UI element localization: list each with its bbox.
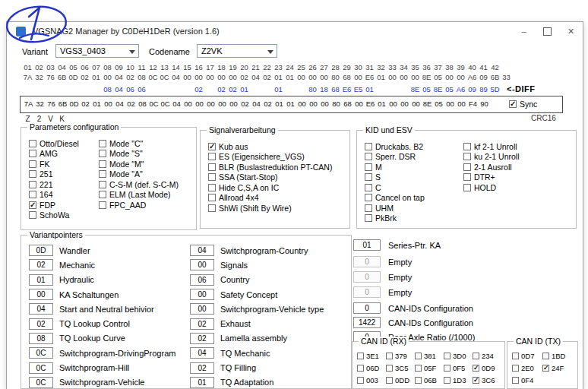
checkbox-can-003[interactable]: 003 bbox=[357, 374, 386, 386]
checkbox-can-0dd[interactable]: 0DD bbox=[386, 374, 415, 386]
checkbox-blr-buslastreduktion-pt-can[interactable]: BLR (Buslastreduktion PT-CAN) bbox=[208, 162, 332, 172]
checkbox-221[interactable]: 221 bbox=[29, 179, 79, 190]
variant-select[interactable]: VGS3_0403 bbox=[55, 44, 139, 58]
checkbox-shwi-shift-by-wire[interactable]: ShWi (Shift By Wire) bbox=[208, 203, 332, 213]
checkbox-c[interactable]: C bbox=[365, 182, 425, 193]
checkbox-hold[interactable]: HOLD bbox=[463, 182, 520, 193]
pointer-field-safety-concept[interactable]: 00 bbox=[190, 289, 214, 300]
pointer-field-tq-filling[interactable]: 02 bbox=[190, 362, 214, 374]
checkbox-label: Allroad 4x4 bbox=[219, 193, 259, 202]
checkbox-es-eigensichere-vgs[interactable]: ES (Eigensichere_VGS) bbox=[208, 152, 332, 163]
checkbox-kf-2-1-unroll[interactable]: kf 2-1 Unroll bbox=[463, 141, 520, 152]
pointer-field-country[interactable]: 06 bbox=[190, 274, 214, 286]
checkbox-can-1bd[interactable]: 1BD bbox=[542, 349, 573, 362]
checkbox-can-0f5[interactable]: 0F5 bbox=[444, 362, 473, 374]
checkbox-can-1d3[interactable]: 1D3 bbox=[444, 374, 473, 386]
checkbox-schowa[interactable]: SchoWa bbox=[29, 210, 79, 221]
pointer-field-ka-schaltungen[interactable]: 00 bbox=[29, 289, 53, 300]
maximize-button[interactable] bbox=[536, 22, 559, 40]
pointer-field-switchprogram-vehicle-type[interactable]: 00 bbox=[190, 303, 214, 315]
checkbox-kub-aus[interactable]: Kub aus bbox=[208, 141, 332, 152]
extra-field-can-ids-configuration-5[interactable]: 1422 bbox=[353, 317, 381, 328]
checkbox-fdp[interactable]: FDP bbox=[29, 200, 79, 210]
extra-field-series-ptr-ka-0[interactable]: 01 bbox=[353, 239, 381, 251]
chevron-down-icon bbox=[267, 50, 273, 54]
checkbox-label: 0D9 bbox=[482, 364, 495, 372]
checkbox-251[interactable]: 251 bbox=[29, 169, 79, 180]
checkbox-c-s-m-def-s-c-m[interactable]: C-S-M (def. S-C-M) bbox=[99, 179, 179, 190]
checkbox-can-3d0[interactable]: 3D0 bbox=[444, 349, 473, 362]
checkbox-hide-c-s-a-on-ic[interactable]: Hide C,S,A on IC bbox=[208, 182, 332, 193]
checkbox-mode-m[interactable]: Mode "M" bbox=[99, 159, 179, 169]
pointer-field-switchprogram-drivingprogram[interactable]: 0C bbox=[29, 347, 53, 359]
checkbox-elm-last-mode[interactable]: ELM (Last Mode) bbox=[99, 190, 179, 201]
checkbox-otto-diesel[interactable]: Otto/Diesel bbox=[29, 138, 79, 149]
checkbox-2-1-ausroll[interactable]: 2-1 Ausroll bbox=[463, 162, 520, 172]
pointer-field-switchprogram-vehicle[interactable]: 0C bbox=[29, 377, 53, 388]
checkbox-can-06b[interactable]: 06B bbox=[415, 374, 444, 386]
pointer-field-switchprogram-hill[interactable]: 0C bbox=[29, 362, 53, 374]
checkbox-ku-2-1-unroll[interactable]: ku 2-1 Unroll bbox=[463, 152, 520, 163]
codename-select[interactable]: Z2VK bbox=[197, 44, 277, 58]
pointer-field-tq-adaptation[interactable]: 01 bbox=[190, 377, 214, 388]
sync-checkbox[interactable]: Sync bbox=[509, 99, 537, 109]
hex-cell: 01 bbox=[239, 85, 250, 93]
checkbox-dtr[interactable]: DTR+ bbox=[463, 172, 520, 183]
pointer-field-tq-lookup-curve[interactable]: 08 bbox=[29, 333, 53, 344]
extra-row-can-ids-configuration-4: 0CAN-IDs Configuration bbox=[353, 302, 473, 314]
checkbox-can-3c6[interactable]: 3C6 bbox=[473, 374, 501, 386]
pointer-field-switchprogram-country[interactable]: 04 bbox=[190, 245, 214, 256]
pointer-field-hydraulic[interactable]: 01 bbox=[29, 274, 53, 286]
checkbox-can-0f4[interactable]: 0F4 bbox=[512, 374, 542, 386]
pointer-row-wandler: 0DWandler bbox=[29, 243, 175, 258]
checkbox-fpc-aad[interactable]: FPC_AAD bbox=[99, 200, 179, 210]
checkbox-mode-a[interactable]: Mode "A" bbox=[99, 169, 179, 180]
checkbox-can-0d9[interactable]: 0D9 bbox=[473, 362, 501, 374]
unchecked-checkbox-icon bbox=[99, 181, 106, 188]
pointer-field-wandler[interactable]: 0D bbox=[29, 245, 53, 256]
hex-cell: E5 bbox=[352, 85, 364, 93]
hex-cell: 06 bbox=[79, 63, 90, 71]
title-bar[interactable]: VGSNAG2 Manager by C0DeH1DeR (version 1.… bbox=[7, 22, 583, 40]
checkbox-ssa-start-stop[interactable]: SSA (Start-Stop) bbox=[208, 172, 332, 183]
checkbox-can-06d[interactable]: 06D bbox=[357, 362, 386, 374]
checkbox-cancel-on-tap[interactable]: Cancel on tap bbox=[365, 193, 425, 204]
checkbox-can-24f[interactable]: 24F bbox=[542, 362, 573, 374]
checkbox-sperr-dsr[interactable]: Sperr. DSR bbox=[365, 152, 425, 163]
pointer-field-mechanic[interactable]: 02 bbox=[29, 259, 53, 270]
checkbox-amg[interactable]: AMG bbox=[29, 149, 79, 160]
extra-row-empty-3: 0Empty bbox=[353, 286, 412, 298]
checkbox-mode-c[interactable]: Mode "C" bbox=[99, 138, 179, 149]
checkbox-uhm[interactable]: UHM bbox=[365, 203, 425, 213]
pointer-field-signals[interactable]: 00 bbox=[190, 259, 214, 270]
checkbox-druckabs-b2[interactable]: Druckabs. B2 bbox=[365, 141, 425, 152]
checkbox-fk[interactable]: FK bbox=[29, 159, 79, 169]
checkbox-can-3c5[interactable]: 3C5 bbox=[386, 362, 415, 374]
checkbox-can-3e1[interactable]: 3E1 bbox=[357, 349, 386, 362]
can-rx-grid: 3E13793813D023406D3C505F0F50D90030DD06B1… bbox=[357, 349, 503, 386]
checkbox-can-234[interactable]: 234 bbox=[473, 349, 501, 362]
checkbox-can-379[interactable]: 379 bbox=[386, 349, 415, 362]
checkbox-pkbrk[interactable]: PkBrk bbox=[365, 213, 425, 224]
pointer-field-lamella-assembly[interactable]: 02 bbox=[190, 333, 214, 344]
checkbox-can-381[interactable]: 381 bbox=[415, 349, 444, 362]
checkbox-164[interactable]: 164 bbox=[29, 190, 79, 201]
hex-editor-frame[interactable]: 7A32766B0D0201000402080C0C04000000000002… bbox=[20, 96, 563, 113]
checkbox-mode-s[interactable]: Mode "S" bbox=[99, 149, 179, 160]
checkbox-m[interactable]: M bbox=[365, 162, 425, 172]
pointer-field-tq-lookup-control[interactable]: 02 bbox=[29, 318, 53, 330]
checkbox-can-05f[interactable]: 05F bbox=[415, 362, 444, 374]
checkbox-label: 0F5 bbox=[453, 364, 465, 372]
checkbox-can-2e0[interactable]: 2E0 bbox=[512, 362, 542, 374]
pointer-field-tq-mechanic[interactable]: 04 bbox=[190, 347, 214, 359]
pointer-field-start-and-neutral-behivior[interactable]: 04 bbox=[29, 303, 53, 315]
checkbox-allroad-4x4[interactable]: Allroad 4x4 bbox=[208, 193, 332, 204]
checked-checkbox-icon bbox=[29, 201, 36, 209]
pointer-field-exhaust[interactable]: 02 bbox=[190, 318, 214, 330]
checkbox-can-0d7[interactable]: 0D7 bbox=[512, 349, 542, 362]
close-button[interactable]: ✕ bbox=[559, 22, 583, 40]
hex-cell: 00 bbox=[227, 73, 239, 81]
checkbox-s[interactable]: S bbox=[365, 172, 425, 183]
extra-field-can-ids-configuration-4[interactable]: 0 bbox=[353, 302, 381, 314]
minimize-button[interactable]: – bbox=[512, 22, 536, 40]
